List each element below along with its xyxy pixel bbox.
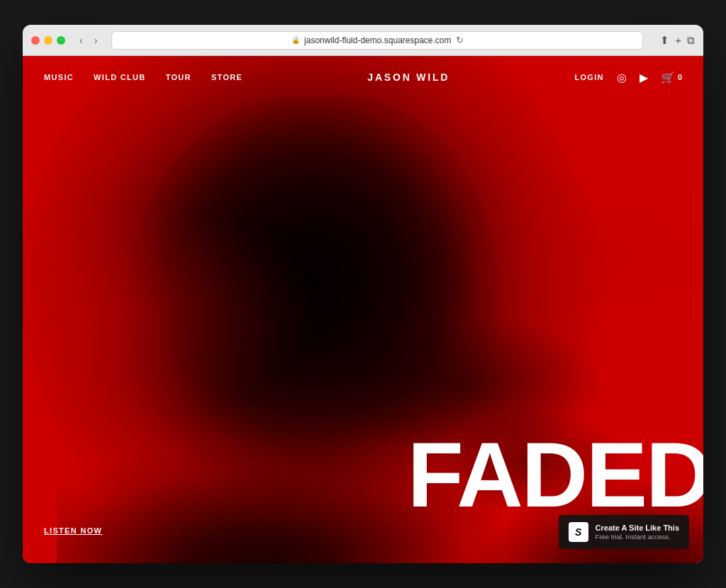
- website-content: MUSIC WILD CLUB TOUR STORE JASON WILD LO…: [23, 56, 703, 563]
- reload-icon[interactable]: ↻: [456, 35, 464, 45]
- squarespace-logo: S: [569, 522, 588, 542]
- address-bar[interactable]: 🔒 jasonwild-fluid-demo.squarespace.com ↻: [111, 31, 643, 50]
- cart-count: 0: [678, 73, 682, 81]
- login-link[interactable]: LOGIN: [574, 73, 603, 81]
- tab-overview-button[interactable]: ⧉: [687, 34, 695, 47]
- cart-icon: 🛒: [661, 71, 675, 84]
- nav-store[interactable]: STORE: [211, 73, 242, 81]
- squarespace-banner-subtitle: Free trial. Instant access.: [596, 533, 679, 541]
- back-button[interactable]: ‹: [77, 33, 86, 47]
- hero-title: FADED: [407, 429, 703, 521]
- browser-window: ‹ › 🔒 jasonwild-fluid-demo.squarespace.c…: [23, 25, 703, 563]
- listen-now-link[interactable]: LISTEN NOW: [44, 526, 102, 535]
- nav-tour[interactable]: TOUR: [166, 73, 191, 81]
- minimize-button[interactable]: [44, 36, 52, 45]
- forward-button[interactable]: ›: [91, 33, 101, 47]
- nav-center: JASON WILD: [242, 72, 574, 83]
- share-button[interactable]: ⬆: [660, 34, 669, 47]
- squarespace-banner-title: Create A Site Like This: [596, 523, 679, 533]
- instagram-icon[interactable]: ◎: [617, 71, 627, 84]
- browser-controls: ‹ ›: [77, 33, 100, 47]
- nav-wild-club[interactable]: WILD CLUB: [94, 73, 146, 81]
- maximize-button[interactable]: [57, 36, 65, 45]
- nav-music[interactable]: MUSIC: [44, 73, 74, 81]
- navigation: MUSIC WILD CLUB TOUR STORE JASON WILD LO…: [23, 56, 703, 98]
- youtube-icon[interactable]: ▶: [640, 71, 648, 84]
- browser-chrome: ‹ › 🔒 jasonwild-fluid-demo.squarespace.c…: [23, 25, 703, 56]
- browser-actions: ⬆ + ⧉: [660, 34, 695, 47]
- close-button[interactable]: [31, 36, 40, 45]
- lock-icon: 🔒: [291, 36, 300, 44]
- url-text: jasonwild-fluid-demo.squarespace.com: [304, 35, 451, 45]
- squarespace-banner[interactable]: S Create A Site Like This Free trial. In…: [559, 515, 689, 549]
- site-title: JASON WILD: [367, 72, 449, 83]
- cart-button[interactable]: 🛒 0: [661, 71, 682, 84]
- new-tab-button[interactable]: +: [675, 34, 681, 47]
- squarespace-text: Create A Site Like This Free trial. Inst…: [596, 523, 679, 542]
- nav-right: LOGIN ◎ ▶ 🛒 0: [574, 71, 682, 84]
- traffic-lights: [31, 36, 65, 45]
- nav-left: MUSIC WILD CLUB TOUR STORE: [44, 73, 242, 81]
